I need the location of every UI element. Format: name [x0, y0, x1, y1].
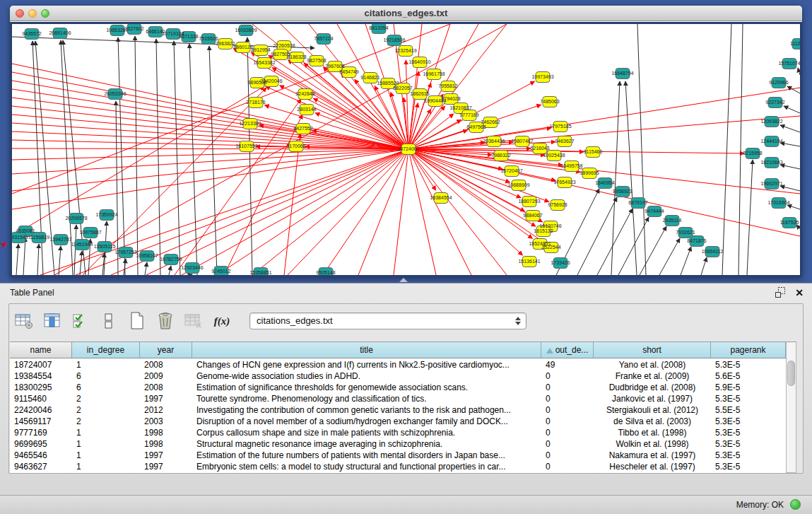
- table-cell: 9699695: [10, 438, 72, 450]
- graph-node-label: 20206578: [65, 216, 87, 221]
- table-cell: 0: [541, 404, 594, 416]
- network-canvas[interactable]: 1872400779638228860128891295422260538982…: [10, 22, 802, 277]
- column-header-title[interactable]: title: [192, 342, 541, 358]
- function-builder-icon[interactable]: f(x): [211, 310, 233, 332]
- table-row[interactable]: 1938455462009Genome-wide association stu…: [10, 370, 786, 382]
- new-column-icon[interactable]: [126, 310, 148, 332]
- rows-icon[interactable]: [98, 310, 119, 332]
- table-cell: 0: [541, 427, 594, 438]
- table-cell: 5.3E-5: [711, 416, 786, 427]
- show-columns-icon[interactable]: [42, 310, 63, 332]
- table-cell: de Silva et al. (2003): [594, 416, 711, 427]
- table-row[interactable]: 2242004622012Investigating the contribut…: [10, 404, 786, 416]
- window-title: citations_edges.txt: [10, 8, 802, 18]
- graph-node-label: 9756928: [548, 202, 567, 207]
- table-cell: 5.3E-5: [711, 359, 786, 370]
- table-cell: 0: [541, 438, 594, 450]
- desktop-background: citations_edges.txt 18724007796382288601…: [0, 0, 812, 283]
- graph-node-label: 26053346: [104, 91, 126, 96]
- table-row[interactable]: 1872400712008Changes of HCN gene express…: [10, 359, 786, 370]
- table-row[interactable]: 969969511998Structural magnetic resonanc…: [10, 438, 786, 450]
- table-row[interactable]: 946362711997Embryonic stem cells: a mode…: [10, 461, 786, 472]
- node-table[interactable]: namein_degreeyeartitleout_de...shortpage…: [10, 341, 786, 473]
- table-panel: Table Panel ✕: [0, 283, 812, 495]
- table-cell: 5.3E-5: [711, 438, 786, 450]
- graph-node-label: 8912954: [251, 47, 270, 52]
- delete-column-icon[interactable]: [155, 310, 176, 332]
- table-cell: 0: [541, 370, 594, 382]
- graph-node-label: 19692971: [760, 181, 782, 186]
- table-cell: Changes of HCN gene expression and I(f) …: [192, 359, 541, 370]
- table-cell: 1997: [140, 393, 192, 404]
- graph-node-label: 7932621: [676, 230, 695, 235]
- graph-node-label: 13942787: [49, 237, 71, 242]
- table-vertical-scrollbar[interactable]: [786, 341, 796, 473]
- column-header-year[interactable]: year: [140, 342, 192, 358]
- graph-node-label: 7955812: [438, 83, 457, 88]
- table-cell: 1: [72, 359, 140, 370]
- graph-node-label: 12325419: [394, 48, 416, 53]
- graph-node-label: 10958107: [136, 253, 158, 258]
- graph-node-label: 15885520: [377, 81, 399, 86]
- table-row[interactable]: 1456911722003Disruption of a novel membe…: [10, 416, 786, 427]
- graph-node-label: 7515526: [199, 36, 218, 41]
- combo-arrows-icon: [514, 315, 522, 327]
- table-body: 1872400712008Changes of HCN gene express…: [10, 359, 786, 473]
- table-cell: Jankovic et al. (1997): [594, 393, 711, 404]
- graph-node-label: 9896538: [247, 80, 266, 85]
- graph-node-label: 9227342: [765, 100, 784, 105]
- table-cell: Embryonic stem cells: a model to study s…: [192, 461, 541, 472]
- table-cell: 18300295: [10, 382, 72, 393]
- graph-node-label: 8186328: [287, 54, 306, 59]
- table-cell: 6: [72, 382, 140, 393]
- graph-node-label: 6879197: [628, 200, 647, 205]
- row-check-icon[interactable]: [70, 310, 91, 332]
- graph-node-label: 17957253: [114, 250, 136, 255]
- table-row[interactable]: 977716911998Corpus callosum shape and si…: [10, 427, 786, 438]
- delete-table-icon: [183, 310, 204, 332]
- graph-node-label: 1527602: [124, 26, 143, 31]
- table-cell: 2: [72, 404, 140, 416]
- memory-status-label: Memory: OK: [736, 500, 784, 510]
- table-row[interactable]: 946554611997Estimation of the future num…: [10, 450, 786, 461]
- column-header-in_degree[interactable]: in_degree: [72, 342, 140, 358]
- table-cell: 14569117: [10, 416, 72, 427]
- table-row[interactable]: 1830029562008Estimation of significance …: [10, 382, 786, 393]
- column-header-short[interactable]: short: [594, 342, 711, 358]
- table-cell: 1: [72, 461, 140, 472]
- table-cell: 2008: [140, 359, 192, 370]
- graph-node-label: 9129966: [769, 80, 788, 85]
- graph-node-label: 7857224: [314, 36, 333, 41]
- network-window-titlebar[interactable]: citations_edges.txt: [10, 6, 802, 21]
- graph-node-label: 2718176: [246, 100, 265, 105]
- graph-node-label: 15358851: [249, 270, 271, 275]
- graph-node-label: 15720407: [500, 168, 522, 173]
- graph-node-label: 16543382: [253, 60, 275, 65]
- table-cell: 1: [72, 427, 140, 438]
- graph-node-label: 12444194: [760, 139, 782, 144]
- graph-node-label: 6822057: [393, 86, 412, 90]
- graph-node-label: 20691406: [49, 30, 71, 35]
- table-cell: 9465546: [10, 450, 72, 461]
- split-pane-handle[interactable]: [399, 278, 408, 282]
- table-select-dropdown[interactable]: citations_edges.txt: [249, 313, 526, 329]
- float-panel-icon[interactable]: [775, 287, 787, 298]
- citation-network-graph[interactable]: 1872400779638228860128891295422260538982…: [12, 24, 800, 275]
- table-row[interactable]: 911546021997Tourette syndrome. Phenomeno…: [10, 393, 786, 404]
- table-cell: 9115460: [10, 393, 72, 404]
- network-window[interactable]: citations_edges.txt 18724007796382288601…: [10, 6, 802, 277]
- column-header-out_de[interactable]: out_de...: [541, 342, 594, 358]
- table-mode-icon[interactable]: [13, 310, 35, 332]
- table-cell: Stergiakouli et al. (2012): [594, 404, 711, 416]
- table-cell: 2008: [140, 382, 192, 393]
- table-cell: Yano et al. (2008): [594, 359, 711, 370]
- graph-node-label: 9245012: [211, 269, 230, 274]
- scrollbar-thumb[interactable]: [787, 361, 795, 386]
- table-cell: 5.3E-5: [711, 461, 786, 472]
- graph-node-label: 2803144: [297, 107, 316, 112]
- column-header-pagerank[interactable]: pagerank: [711, 342, 786, 358]
- graph-node-label: 9899695: [579, 170, 599, 175]
- graph-node-label: 18640910: [408, 59, 430, 64]
- column-header-name[interactable]: name: [10, 342, 72, 358]
- close-panel-icon[interactable]: ✕: [795, 288, 804, 298]
